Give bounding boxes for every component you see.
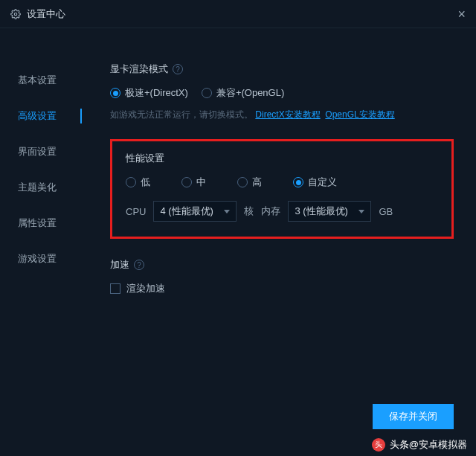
performance-section: 性能设置 低 中 高 自定义	[110, 139, 454, 239]
radio-mid[interactable]: 中	[181, 176, 206, 189]
titlebar: 设置中心 ×	[0, 0, 476, 28]
chevron-down-icon	[358, 210, 364, 213]
sidebar-item-ui[interactable]: 界面设置	[0, 134, 82, 170]
sidebar-item-label: 游戏设置	[18, 252, 57, 266]
sidebar-item-label: 高级设置	[18, 109, 57, 123]
cpu-label: CPU	[126, 206, 146, 217]
gear-icon	[10, 9, 21, 19]
sidebar: 基本设置 高级设置 界面设置 主题美化 属性设置 游戏设置	[0, 28, 82, 411]
sidebar-item-property[interactable]: 属性设置	[0, 205, 82, 241]
link-opengl-tutorial[interactable]: OpenGL安装教程	[325, 109, 394, 120]
mem-unit: GB	[379, 206, 393, 217]
radio-label: 低	[141, 176, 150, 189]
mem-value: 3 (性能最优)	[295, 205, 348, 218]
footer: 保存并关闭	[373, 404, 454, 429]
watermark: 头 头条@安卓模拟器	[372, 438, 467, 452]
radio-circle-icon	[126, 177, 136, 187]
radio-label: 高	[252, 176, 262, 189]
radio-label: 中	[196, 176, 206, 189]
cpu-unit: 核	[244, 205, 254, 218]
chevron-down-icon	[224, 210, 230, 213]
sidebar-item-advanced[interactable]: 高级设置	[0, 98, 82, 134]
radio-circle-icon	[181, 177, 192, 187]
radio-custom[interactable]: 自定义	[293, 176, 337, 189]
mem-select[interactable]: 3 (性能最优)	[288, 201, 371, 222]
sidebar-item-basic[interactable]: 基本设置	[0, 62, 82, 98]
close-icon[interactable]: ×	[457, 7, 466, 21]
help-icon[interactable]: ?	[134, 260, 144, 270]
checkbox-label: 渲染加速	[126, 282, 165, 295]
radio-low[interactable]: 低	[126, 176, 150, 189]
radio-circle-icon	[237, 177, 248, 187]
sidebar-item-label: 属性设置	[18, 216, 57, 230]
radio-opengl[interactable]: 兼容+(OpenGL)	[202, 86, 284, 100]
svg-point-0	[14, 13, 17, 16]
mem-label: 内存	[261, 205, 280, 218]
accel-section: 加速 ? 渲染加速	[110, 258, 454, 295]
radio-circle-icon	[202, 88, 212, 98]
sidebar-item-label: 基本设置	[18, 74, 57, 87]
radio-label: 极速+(DirectX)	[125, 86, 188, 100]
radio-high[interactable]: 高	[237, 176, 262, 189]
save-close-button[interactable]: 保存并关闭	[373, 404, 454, 429]
checkbox-box-icon	[110, 283, 120, 294]
radio-circle-icon	[293, 177, 303, 187]
radio-label: 兼容+(OpenGL)	[216, 86, 284, 100]
radio-circle-icon	[110, 88, 120, 98]
radio-directx[interactable]: 极速+(DirectX)	[110, 86, 188, 100]
sidebar-item-label: 界面设置	[18, 145, 57, 158]
cpu-value: 4 (性能最优)	[160, 205, 213, 218]
main-panel: 显卡渲染模式 ? 极速+(DirectX) 兼容+(OpenGL) 如游戏无法正…	[82, 28, 476, 411]
render-mode-title: 显卡渲染模式	[110, 62, 168, 76]
render-mode-section: 显卡渲染模式 ? 极速+(DirectX) 兼容+(OpenGL) 如游戏无法正…	[110, 62, 454, 121]
sidebar-item-game[interactable]: 游戏设置	[0, 241, 82, 277]
performance-title: 性能设置	[126, 152, 164, 165]
cpu-select[interactable]: 4 (性能最优)	[153, 201, 237, 222]
render-accel-checkbox[interactable]: 渲染加速	[110, 282, 454, 295]
watermark-logo-icon: 头	[372, 438, 385, 452]
watermark-text: 头条@安卓模拟器	[390, 438, 467, 452]
sidebar-item-label: 主题美化	[18, 181, 57, 194]
window-title: 设置中心	[27, 7, 65, 21]
render-hint: 如游戏无法正常运行，请切换模式。 DirectX安装教程 OpenGL安装教程	[110, 109, 454, 121]
radio-label: 自定义	[308, 176, 337, 189]
accel-title: 加速	[110, 258, 129, 272]
help-icon[interactable]: ?	[173, 64, 183, 74]
link-directx-tutorial[interactable]: DirectX安装教程	[255, 109, 320, 120]
sidebar-item-theme[interactable]: 主题美化	[0, 170, 82, 205]
